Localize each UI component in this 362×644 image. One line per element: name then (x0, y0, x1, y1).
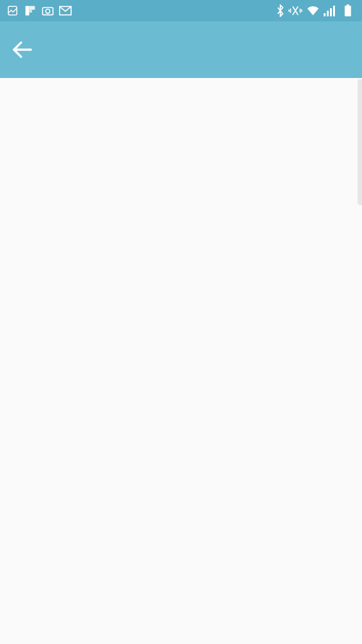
svg-rect-8 (327, 11, 329, 16)
scrollbar[interactable] (358, 79, 362, 205)
image-icon (6, 4, 19, 17)
svg-rect-10 (333, 6, 335, 16)
svg-rect-0 (8, 6, 17, 15)
app-bar (0, 21, 362, 78)
vibrate-icon (288, 5, 302, 16)
bluetooth-icon (276, 4, 285, 17)
camera-icon (41, 4, 54, 17)
svg-point-5 (46, 9, 50, 14)
svg-rect-7 (324, 13, 326, 16)
svg-rect-2 (30, 6, 35, 10)
battery-icon (344, 4, 352, 17)
mail-icon (59, 4, 72, 17)
flipboard-icon (24, 4, 36, 17)
status-left-icons (6, 4, 72, 17)
svg-rect-12 (347, 4, 349, 6)
svg-rect-11 (345, 6, 351, 16)
back-button[interactable] (11, 39, 33, 60)
svg-rect-9 (330, 8, 332, 16)
signal-icon (324, 5, 336, 16)
wifi-icon (306, 5, 320, 16)
account-list[interactable] (0, 78, 362, 644)
svg-rect-1 (26, 6, 30, 16)
status-bar (0, 0, 362, 21)
svg-rect-3 (30, 10, 33, 13)
status-right-icons (276, 4, 356, 17)
